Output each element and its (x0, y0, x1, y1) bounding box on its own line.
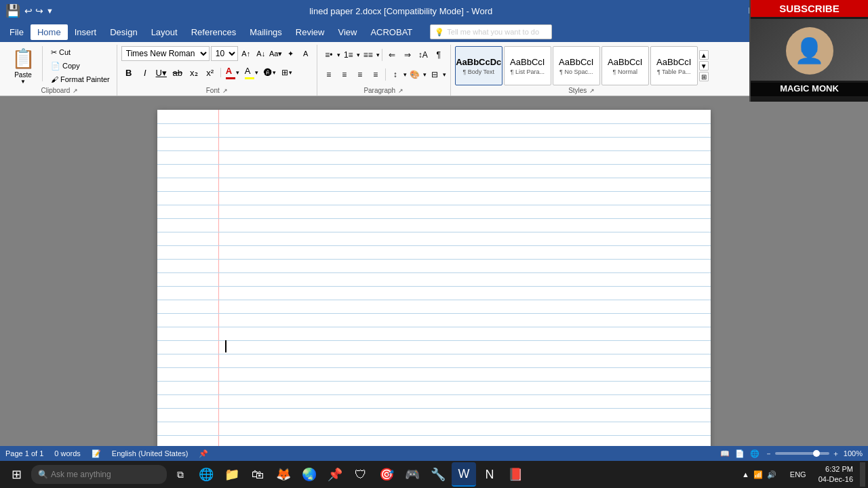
zoom-out-button[interactable]: － (765, 449, 772, 459)
customize-button[interactable]: ▼ (46, 7, 54, 15)
menu-acrobat[interactable]: ACROBAT (363, 24, 419, 40)
increase-indent-button[interactable]: ⇒ (400, 47, 415, 62)
border-para-dropdown[interactable]: ▾ (443, 71, 446, 78)
track-changes-icon[interactable]: 📌 (199, 449, 208, 458)
numbering-dropdown[interactable]: ▾ (357, 52, 360, 58)
superscript-button[interactable]: x² (203, 65, 218, 80)
change-case-button[interactable]: Aa▾ (269, 47, 283, 60)
taskbar-app3[interactable]: 🔧 (426, 462, 450, 487)
spelling-icon[interactable]: 📝 (92, 449, 101, 458)
start-button[interactable]: ⊞ (3, 462, 30, 487)
strikethrough-button[interactable]: ab (170, 65, 185, 80)
taskbar-security[interactable]: 🛡 (349, 462, 373, 487)
highlight-color-button[interactable]: A ▾ (243, 65, 260, 80)
highlight-dropdown[interactable]: ▾ (255, 69, 258, 76)
justify-button[interactable]: ≡ (368, 67, 383, 82)
font-name-select[interactable]: Times New Roman (121, 46, 210, 61)
font-shrink-button[interactable]: A↓ (254, 47, 268, 60)
language[interactable]: English (United States) (112, 449, 189, 458)
paste-dropdown-icon[interactable]: ▼ (20, 79, 26, 85)
font-size-select[interactable]: 10 8 12 14 (211, 46, 238, 61)
paste-button[interactable]: 📋 Paste ▼ (7, 46, 39, 85)
taskbar-sticky[interactable]: 📌 (323, 462, 347, 487)
menu-review[interactable]: Review (289, 24, 332, 40)
clear-format-button[interactable]: ✦ (284, 47, 298, 60)
paragraph-expand-icon[interactable]: ↗ (398, 87, 403, 94)
show-desktop-button[interactable] (860, 462, 865, 487)
text-cursor-area[interactable] (225, 340, 239, 354)
search-bar[interactable]: 🔍 Ask me anything (31, 465, 167, 484)
menu-design[interactable]: Design (103, 24, 144, 40)
taskbar-chrome[interactable]: 🌏 (297, 462, 321, 487)
align-left-button[interactable]: ≡ (321, 67, 336, 82)
bullets-button[interactable]: ≡• (321, 47, 336, 62)
shading-dropdown[interactable]: ▾ (273, 69, 276, 76)
read-mode-icon[interactable]: 📖 (720, 449, 730, 458)
multilevel-dropdown[interactable]: ▾ (376, 52, 380, 58)
styles-scroll-down[interactable]: ▼ (699, 61, 709, 70)
menu-references[interactable]: References (184, 24, 243, 40)
italic-button[interactable]: I (138, 65, 153, 80)
shading-para-button[interactable]: 🎨 (408, 67, 422, 82)
align-right-button[interactable]: ≡ (353, 67, 368, 82)
decrease-indent-button[interactable]: ⇐ (384, 47, 399, 62)
taskbar-explorer[interactable]: 📁 (220, 462, 244, 487)
subscribe-button[interactable]: SUBSCRIBE (751, 0, 868, 17)
menu-view[interactable]: View (331, 24, 363, 40)
border-dropdown[interactable]: ▾ (289, 69, 292, 76)
menu-insert[interactable]: Insert (68, 24, 104, 40)
border-para-button[interactable]: ⊟ (427, 67, 442, 82)
zoom-in-button[interactable]: ＋ (832, 449, 840, 459)
menu-file[interactable]: File (3, 24, 31, 40)
subscript-button[interactable]: x₂ (186, 65, 201, 80)
sort-button[interactable]: ↕A (416, 47, 431, 62)
styles-more-button[interactable]: ⊞ (699, 72, 709, 81)
style-table-para[interactable]: AaBbCcI ¶ Table Pa... (650, 46, 698, 85)
tell-me-bar[interactable]: 💡 Tell me what you want to do (430, 24, 552, 39)
taskbar-pdf[interactable]: 📕 (503, 462, 528, 487)
clipboard-expand-icon[interactable]: ↗ (73, 87, 78, 94)
border-button[interactable]: ⊞ ▾ (279, 65, 294, 80)
menu-layout[interactable]: Layout (144, 24, 184, 40)
taskbar-onenote[interactable]: N (477, 462, 502, 487)
systray-up-arrow[interactable]: ▲ (742, 470, 749, 479)
text-highlight-button[interactable]: A (299, 47, 313, 60)
redo-button[interactable]: ↪ (35, 5, 43, 16)
styles-scroll-up[interactable]: ▲ (699, 50, 709, 60)
taskbar-task-view[interactable]: ⧉ (168, 462, 193, 487)
document-page[interactable] (157, 110, 711, 446)
show-marks-button[interactable]: ¶ (431, 47, 446, 62)
taskbar-app2[interactable]: 🎮 (400, 462, 425, 487)
multilevel-button[interactable]: ≡≡ (361, 47, 376, 62)
taskbar-word[interactable]: W (452, 462, 476, 487)
cut-button[interactable]: ✂ Cut (48, 47, 113, 58)
style-body-text[interactable]: AaBbCcDc ¶ Body Text (455, 46, 502, 85)
line-spacing-button[interactable]: ↕ (388, 67, 403, 82)
style-normal[interactable]: AaBbCcI ¶ Normal (601, 46, 649, 85)
undo-button[interactable]: ↩ (24, 5, 33, 16)
menu-mailings[interactable]: Mailings (243, 24, 289, 40)
style-list-para[interactable]: AaBbCcI ¶ List Para... (504, 46, 551, 85)
web-layout-icon[interactable]: 🌐 (750, 449, 760, 458)
styles-expand-icon[interactable]: ↗ (589, 87, 595, 94)
taskbar-store[interactable]: 🛍 (245, 462, 270, 487)
shading-para-dropdown[interactable]: ▾ (423, 71, 427, 78)
taskbar-firefox[interactable]: 🦊 (271, 462, 296, 487)
format-painter-button[interactable]: 🖌 Format Painter (48, 74, 113, 85)
zoom-slider[interactable] (775, 452, 829, 455)
print-layout-icon[interactable]: 📄 (735, 449, 745, 458)
font-grow-button[interactable]: A↑ (239, 47, 253, 60)
underline-button[interactable]: U▾ (154, 65, 169, 80)
bold-button[interactable]: B (121, 65, 136, 80)
document-area[interactable] (0, 96, 868, 446)
shading-button[interactable]: 🅐 ▾ (262, 65, 278, 80)
menu-home[interactable]: Home (31, 24, 68, 40)
style-no-spacing[interactable]: AaBbCcI ¶ No Spac... (553, 46, 600, 85)
align-center-button[interactable]: ≡ (337, 67, 352, 82)
line-spacing-dropdown[interactable]: ▾ (403, 71, 407, 78)
font-expand-icon[interactable]: ↗ (222, 87, 228, 94)
system-clock[interactable]: 6:32 PM 04-Dec-16 (814, 464, 857, 485)
numbering-button[interactable]: 1≡ (341, 47, 356, 62)
taskbar-app1[interactable]: 🎯 (374, 462, 399, 487)
copy-button[interactable]: 📄 Copy (48, 60, 113, 72)
